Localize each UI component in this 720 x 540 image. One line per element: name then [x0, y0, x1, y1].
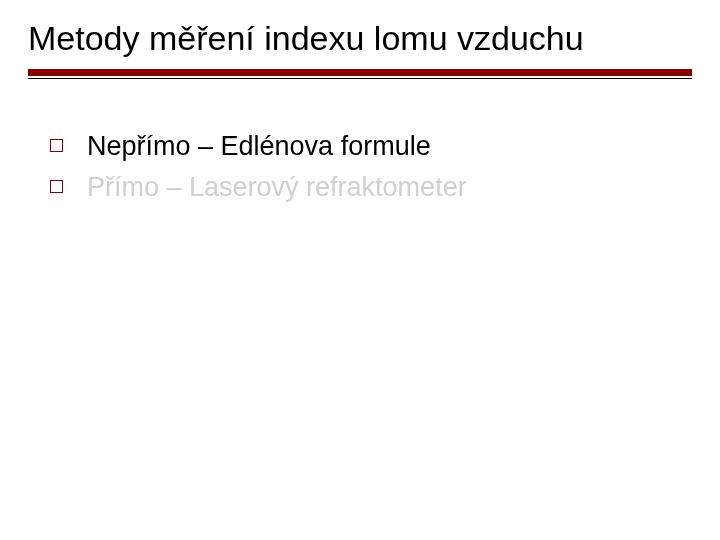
rule-red-bar [28, 69, 692, 76]
list-item: Nepřímo – Edlénova formule [50, 129, 680, 164]
list-item-text: Nepřímo – Edlénova formule [87, 129, 431, 164]
list-item: Přímo – Laserový refraktometer [50, 170, 680, 205]
title-block: Metody měření indexu lomu vzduchu [0, 0, 720, 79]
title-rule [28, 69, 692, 79]
square-bullet-icon [50, 180, 63, 193]
content-area: Nepřímo – Edlénova formule Přímo – Laser… [0, 79, 720, 205]
slide-title: Metody měření indexu lomu vzduchu [28, 18, 692, 59]
square-bullet-icon [50, 139, 63, 152]
list-item-text-faded: Přímo – Laserový refraktometer [87, 170, 467, 205]
slide: Metody měření indexu lomu vzduchu Nepřím… [0, 0, 720, 540]
